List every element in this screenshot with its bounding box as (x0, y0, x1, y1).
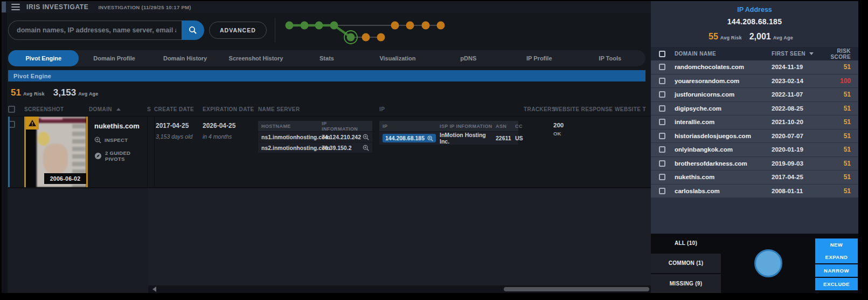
advanced-search-button[interactable]: ADVANCED (209, 22, 267, 39)
magnify-plus-icon (94, 137, 101, 144)
history-node-green[interactable] (330, 22, 338, 30)
col-ip[interactable]: IP (379, 106, 524, 112)
panel-row[interactable]: justforunicorns.com 2022-11-07 51 (651, 88, 858, 102)
panel-stats: 55 Avg Risk 2,001 Avg Age (651, 32, 858, 42)
risk-score: 51 (821, 132, 858, 140)
window-accent-square (2, 2, 6, 12)
venn-tab-all[interactable]: ALL (10) (651, 234, 721, 253)
table-row-nukethis[interactable]: 2006-06-02 nukethis.com INSPECT 2 GUIDED… (8, 116, 651, 188)
top-bar: IRIS INVESTIGATE INVESTIGATION (11/29/25… (2, 1, 651, 13)
panel-row[interactable]: carloslabs.com 2008-01-11 51 (651, 185, 858, 199)
panel-select-all-checkbox[interactable] (659, 51, 665, 57)
col-website-response[interactable]: WEBSITE RESPONSE (553, 106, 615, 112)
col-truncated[interactable]: S (147, 106, 154, 112)
search-button[interactable] (182, 21, 204, 40)
tab-pdns[interactable]: pDNS (433, 50, 504, 66)
risk-score: 51 (821, 173, 858, 181)
venn-filter-section: ALL (10) COMMON (1) MISSING (9) NEW EXPA… (651, 234, 858, 293)
panel-row[interactable]: brothersofdarkness.com 2019-09-03 51 (651, 157, 858, 171)
col-screenshot[interactable]: SCREENSHOT (24, 106, 89, 112)
history-node-orange[interactable] (406, 22, 414, 30)
highlighted-ip-chip[interactable]: 144.208.68.185 (383, 134, 436, 142)
exclude-button[interactable]: EXCLUDE (815, 278, 858, 290)
col-expiration-date[interactable]: EXPIRATION DATE (203, 106, 258, 112)
col-website-title[interactable]: WEBSITE T (615, 106, 651, 112)
panel-row[interactable]: digipsyche.com 2022-08-25 51 (651, 102, 858, 116)
venn-tab-missing[interactable]: MISSING (9) (651, 274, 721, 293)
panel-col-risk[interactable]: RISK SCORE (821, 48, 858, 60)
ip-row: 144.208.68.185 InMotion Hosting Inc. 226… (379, 132, 518, 145)
magnify-plus-icon[interactable] (363, 145, 372, 151)
compass-icon (94, 152, 102, 160)
tab-ip-tools[interactable]: IP Tools (575, 50, 645, 66)
panel-col-first-seen[interactable]: FIRST SEEN (772, 51, 821, 57)
panel-row-checkbox[interactable] (659, 160, 665, 167)
ns-hostname-header: HOSTNAME (258, 124, 322, 129)
panel-row-checkbox[interactable] (659, 146, 665, 153)
screenshot-thumbnail[interactable]: 2006-06-02 (24, 117, 88, 187)
history-node-orange[interactable] (421, 22, 429, 30)
trackers-cell (524, 117, 553, 187)
screenshot-date-badge: 2006-06-02 (44, 173, 86, 184)
panel-row[interactable]: interallie.com 2021-10-20 51 (651, 115, 858, 129)
panel-row-checkbox[interactable] (659, 119, 665, 125)
search-input[interactable] (8, 21, 182, 40)
panel-row[interactable]: onlyinbangkok.com 2020-01-19 51 (651, 143, 858, 157)
history-node-selected[interactable] (346, 33, 355, 42)
panel-row[interactable]: randomchocolates.com 2024-11-19 51 (651, 60, 858, 74)
new-button[interactable]: NEW (815, 238, 858, 251)
tab-ip-profile[interactable]: IP Profile (504, 50, 574, 66)
history-node-orange[interactable] (362, 33, 370, 42)
inspect-action[interactable]: INSPECT (94, 137, 147, 144)
create-age-note: 3,153 days old (156, 133, 203, 140)
search-icon (189, 26, 197, 35)
venn-circle[interactable] (754, 249, 782, 277)
risk-score: 51 (821, 91, 858, 98)
panel-row-checkbox[interactable] (659, 188, 665, 194)
panel-row-checkbox[interactable] (659, 78, 665, 84)
narrow-button[interactable]: NARROW (815, 264, 858, 277)
asn-value: 22611 (496, 135, 515, 141)
panel-avg-risk-value: 55 (709, 32, 718, 42)
col-name-server[interactable]: NAME SERVER (258, 106, 379, 112)
asn-header: ASN (496, 124, 515, 129)
select-all-checkbox[interactable] (8, 106, 15, 113)
tab-domain-history[interactable]: Domain History (150, 50, 220, 66)
tab-domain-profile[interactable]: Domain Profile (79, 50, 149, 66)
history-node-orange[interactable] (391, 22, 399, 30)
guided-pivots-action[interactable]: 2 GUIDED PIVOTS (94, 150, 147, 162)
tab-visualization[interactable]: Visualization (362, 50, 433, 66)
panel-row[interactable]: historiasdelosjuegos.com 2020-07-07 51 (651, 129, 858, 144)
domain-name[interactable]: nukethis.com (94, 122, 147, 130)
history-node-green[interactable] (315, 22, 323, 30)
magnify-plus-icon[interactable] (363, 134, 372, 140)
menu-icon[interactable] (11, 4, 20, 10)
expand-button[interactable]: EXPAND (815, 251, 858, 263)
scrollbar-thumb[interactable] (504, 287, 649, 291)
history-node-orange[interactable] (436, 22, 445, 30)
panel-row-checkbox[interactable] (659, 174, 665, 180)
panel-row-checkbox[interactable] (659, 133, 665, 139)
isp-value: InMotion Hosting Inc. (440, 132, 496, 145)
col-create-date[interactable]: CREATE DATE (154, 106, 203, 112)
history-node-orange[interactable] (377, 33, 385, 42)
tab-pivot-engine[interactable]: Pivot Engine (8, 50, 79, 66)
scroll-left-arrow-icon[interactable] (152, 287, 156, 292)
panel-col-domain[interactable]: DOMAIN NAME (675, 51, 772, 57)
panel-row[interactable]: youaresorandom.com 2023-02-14 100 (651, 74, 858, 88)
investigation-history-graph[interactable] (282, 16, 449, 45)
tab-stats[interactable]: Stats (291, 50, 362, 66)
panel-row-checkbox[interactable] (659, 105, 665, 112)
tab-screenshot-history[interactable]: Screenshot History (220, 50, 291, 66)
col-domain[interactable]: DOMAIN (89, 106, 147, 112)
history-node-green[interactable] (300, 22, 308, 30)
panel-row[interactable]: nukethis.com 2017-04-25 51 (651, 171, 858, 185)
history-node-green[interactable] (285, 22, 293, 30)
venn-tab-common[interactable]: COMMON (1) (651, 254, 721, 272)
avg-risk-label: Avg Risk (23, 91, 45, 97)
panel-row-checkbox[interactable] (659, 91, 665, 98)
panel-row-checkbox[interactable] (659, 64, 665, 70)
risk-score: 51 (821, 118, 858, 126)
horizontal-scrollbar[interactable] (148, 285, 651, 293)
col-trackers[interactable]: TRACKERS (524, 106, 553, 112)
